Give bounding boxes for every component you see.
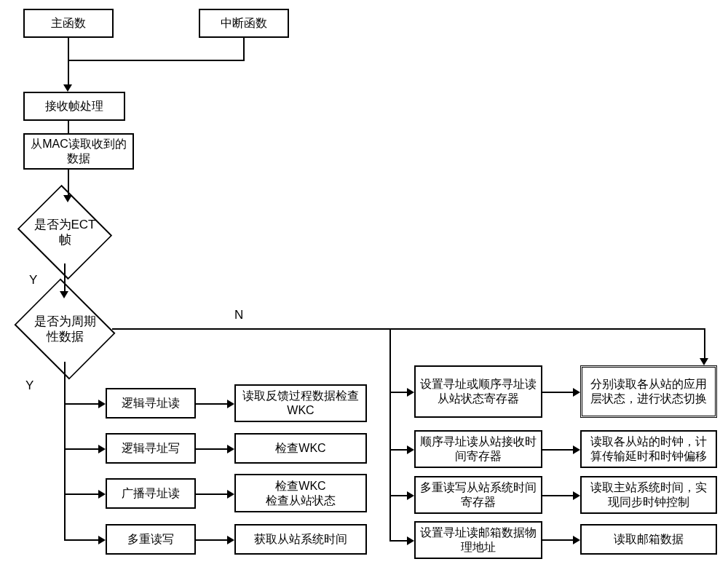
- m3: 检查WKC 检查从站状态: [234, 474, 367, 512]
- l1: 逻辑寻址读: [106, 388, 196, 419]
- t: 主函数: [51, 16, 86, 31]
- ra2: 顺序寻址读从站接收时间寄存器: [414, 430, 542, 468]
- l3: 广播寻址读: [106, 478, 196, 509]
- t: 接收帧处理: [45, 99, 103, 114]
- m1: 读取反馈过程数据检查WKC: [234, 384, 367, 422]
- lbl-n: N: [234, 308, 243, 322]
- ra1: 设置寻址或顺序寻址读从站状态寄存器: [414, 365, 542, 418]
- recv-proc: 接收帧处理: [23, 92, 125, 121]
- dec-ect: 是否为ECT帧: [21, 201, 108, 263]
- lbl-y1: Y: [29, 273, 37, 288]
- m4: 获取从站系统时间: [234, 524, 367, 555]
- t: 从MAC读取收到的数据: [28, 137, 129, 166]
- rb3: 读取主站系统时间，实现同步时钟控制: [580, 476, 717, 514]
- t: 是否为ECT帧: [32, 217, 98, 248]
- m2: 检查WKC: [234, 433, 367, 464]
- dec-cyc: 是否为周期性数据: [17, 296, 112, 362]
- interrupt-func: 中断函数: [199, 9, 289, 38]
- l4: 多重读写: [106, 524, 196, 555]
- lbl-y2: Y: [25, 378, 33, 393]
- main-func: 主函数: [23, 9, 114, 38]
- rb1: 分别读取各从站的应用层状态，进行状态切换: [580, 365, 717, 418]
- rb2: 读取各从站的时钟，计算传输延时和时钟偏移: [580, 430, 717, 468]
- ra4: 设置寻址读邮箱数据物理地址: [414, 521, 542, 559]
- l2: 逻辑寻址写: [106, 433, 196, 464]
- ra3: 多重读写从站系统时间寄存器: [414, 476, 542, 514]
- t: 是否为周期性数据: [29, 314, 100, 345]
- t: 中断函数: [221, 16, 267, 31]
- mac-read: 从MAC读取收到的数据: [23, 133, 134, 170]
- rb4: 读取邮箱数据: [580, 524, 717, 555]
